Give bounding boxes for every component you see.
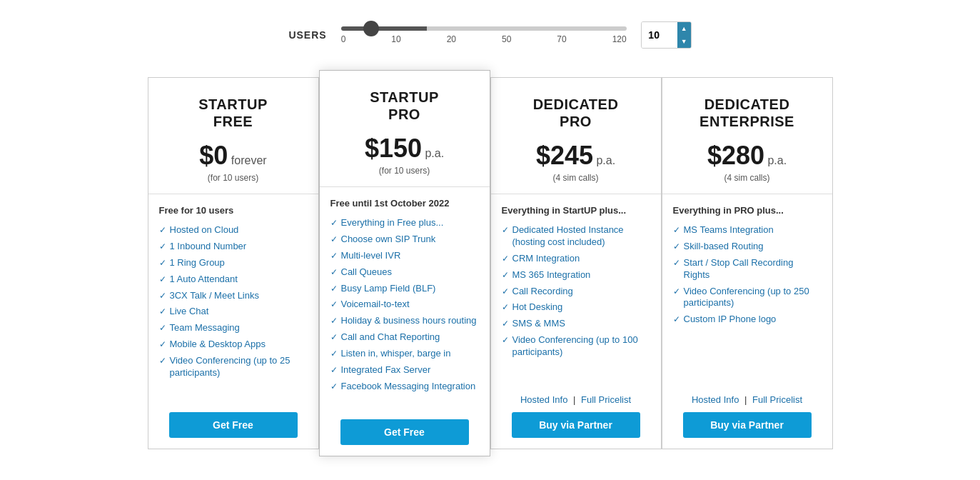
check-icon: ✓ [502, 302, 509, 314]
check-icon: ✓ [673, 241, 680, 253]
plan-links-dedicated-enterprise: Hosted Info | Full Pricelist [692, 394, 802, 405]
list-item: ✓1 Ring Group [159, 257, 308, 269]
check-icon: ✓ [330, 316, 338, 327]
check-icon: ✓ [330, 349, 338, 360]
check-icon: ✓ [673, 225, 680, 236]
check-icon: ✓ [159, 291, 166, 302]
list-item: ✓Custom IP Phone logo [673, 314, 822, 326]
check-icon: ✓ [330, 267, 338, 279]
get-free-button-pro[interactable]: Get Free [340, 419, 469, 445]
plan-footer-startup-pro: Get Free [320, 408, 490, 456]
list-item: ✓Video Conferencing (up to 25 participan… [159, 355, 308, 379]
plan-tagline-dedicated-pro: Everything in StartUP plus... [502, 205, 650, 216]
check-icon: ✓ [159, 356, 166, 367]
check-icon: ✓ [159, 274, 166, 286]
check-icon: ✓ [673, 314, 680, 326]
list-item: ✓Team Messaging [159, 322, 308, 334]
check-icon: ✓ [159, 258, 166, 269]
list-item: ✓Live Chat [159, 306, 308, 318]
list-item: ✓1 Auto Attendant [159, 274, 308, 286]
list-item: ✓Call Recording [502, 286, 650, 298]
plan-body-dedicated-enterprise: Everything in PRO plus... ✓MS Teams Inte… [662, 194, 832, 383]
check-icon: ✓ [159, 225, 166, 236]
plan-tagline-dedicated-enterprise: Everything in PRO plus... [673, 205, 822, 216]
hosted-info-link-enterprise[interactable]: Hosted Info [692, 394, 739, 405]
spinner-up-button[interactable]: ▲ [677, 22, 691, 35]
buy-via-partner-button-pro[interactable]: Buy via Partner [512, 412, 640, 438]
plan-features-startup-free: ✓Hosted on Cloud ✓1 Inbound Number ✓1 Ri… [159, 224, 308, 390]
list-item: ✓Choose own SIP Trunk [330, 234, 479, 246]
list-item: ✓Start / Stop Call Recording Rights [673, 257, 822, 281]
list-item: ✓Hosted on Cloud [159, 224, 308, 236]
plan-footer-dedicated-enterprise: Hosted Info | Full Pricelist Buy via Par… [662, 383, 832, 449]
list-item: ✓Multi-level IVR [330, 250, 479, 262]
list-item: ✓SMS & MMS [502, 318, 650, 330]
list-item: ✓Call Queues [330, 266, 479, 279]
check-icon: ✓ [673, 286, 680, 298]
check-icon: ✓ [159, 306, 166, 318]
check-icon: ✓ [502, 270, 509, 281]
list-item: ✓CRM Integration [502, 253, 650, 265]
users-label: USERS [288, 29, 326, 41]
plans-container: STARTUP FREE $0 forever (for 10 users) F… [0, 77, 980, 449]
plan-body-startup-pro: Free until 1st October 2022 ✓Everything … [320, 187, 490, 408]
plan-price-dedicated-enterprise: $280 p.a. (4 sim calls) [673, 141, 822, 183]
check-icon: ✓ [673, 258, 680, 269]
check-icon: ✓ [502, 319, 509, 330]
check-icon: ✓ [330, 332, 338, 344]
plan-name-dedicated-pro: DEDICATED PRO [502, 96, 650, 130]
list-item: ✓Call and Chat Reporting [330, 331, 479, 344]
list-item: ✓Voicemail-to-text [330, 299, 479, 311]
buy-via-partner-button-enterprise[interactable]: Buy via Partner [683, 412, 812, 438]
check-icon: ✓ [159, 323, 166, 334]
plan-footer-startup-free: Get Free [148, 401, 318, 449]
plan-startup-free: STARTUP FREE $0 forever (for 10 users) F… [148, 77, 319, 449]
get-free-button-startup[interactable]: Get Free [169, 412, 298, 438]
list-item: ✓Facebook Messaging Integration [330, 381, 479, 393]
list-item: ✓MS Teams Integration [673, 224, 822, 236]
plan-header-dedicated-enterprise: DEDICATED ENTERPRISE $280 p.a. (4 sim ca… [662, 78, 832, 194]
users-input[interactable] [642, 22, 677, 48]
link-separator: | [744, 394, 747, 405]
plan-name-startup-free: STARTUP FREE [159, 96, 308, 130]
plan-header-startup-free: STARTUP FREE $0 forever (for 10 users) [148, 78, 318, 194]
check-icon: ✓ [330, 299, 338, 311]
plan-header-startup-pro: STARTUP PRO $150 p.a. (for 10 users) [320, 71, 490, 187]
list-item: ✓Integrated Fax Server [330, 364, 479, 376]
list-item: ✓3CX Talk / Meet Links [159, 290, 308, 302]
check-icon: ✓ [330, 365, 338, 376]
plan-name-startup-pro: STARTUP PRO [330, 89, 479, 123]
list-item: ✓Video Conferencing (up to 100 participa… [502, 334, 650, 359]
check-icon: ✓ [502, 335, 509, 346]
check-icon: ✓ [330, 284, 338, 295]
plan-body-startup-free: Free for 10 users ✓Hosted on Cloud ✓1 In… [148, 194, 318, 401]
hosted-info-link-pro[interactable]: Hosted Info [520, 394, 568, 405]
plan-features-dedicated-enterprise: ✓MS Teams Integration ✓Skill-based Routi… [673, 224, 822, 372]
users-slider[interactable] [341, 26, 627, 31]
users-input-wrapper: ▲ ▼ [641, 21, 692, 49]
plan-features-dedicated-pro: ✓Dedicated Hosted Instance (hosting cost… [502, 224, 650, 372]
check-icon: ✓ [159, 241, 166, 253]
check-icon: ✓ [159, 339, 166, 351]
plan-links-dedicated-pro: Hosted Info | Full Pricelist [520, 394, 631, 405]
check-icon: ✓ [502, 225, 509, 236]
full-pricelist-link-enterprise[interactable]: Full Pricelist [752, 394, 802, 405]
spinner-down-button[interactable]: ▼ [677, 35, 691, 48]
users-spinner: ▲ ▼ [677, 22, 691, 48]
slider-labels: 0 10 20 50 70 120 [341, 34, 627, 44]
link-separator: | [573, 394, 575, 405]
check-icon: ✓ [330, 251, 338, 262]
list-item: ✓Holiday & business hours routing [330, 315, 479, 327]
plan-tagline-startup-pro: Free until 1st October 2022 [330, 198, 479, 209]
plan-dedicated-pro: DEDICATED PRO $245 p.a. (4 sim calls) Ev… [490, 77, 662, 449]
full-pricelist-link-pro[interactable]: Full Pricelist [581, 394, 631, 405]
plan-body-dedicated-pro: Everything in StartUP plus... ✓Dedicated… [491, 194, 661, 383]
plan-dedicated-enterprise: DEDICATED ENTERPRISE $280 p.a. (4 sim ca… [662, 77, 833, 449]
list-item: ✓MS 365 Integration [502, 269, 650, 281]
check-icon: ✓ [502, 254, 509, 265]
plan-tagline-startup-free: Free for 10 users [159, 205, 308, 216]
plan-price-startup-free: $0 forever (for 10 users) [159, 141, 308, 183]
list-item: ✓Video Conferencing (up to 250 participa… [673, 286, 822, 310]
plan-startup-pro: STARTUP PRO $150 p.a. (for 10 users) Fre… [319, 70, 490, 456]
check-icon: ✓ [502, 286, 509, 298]
